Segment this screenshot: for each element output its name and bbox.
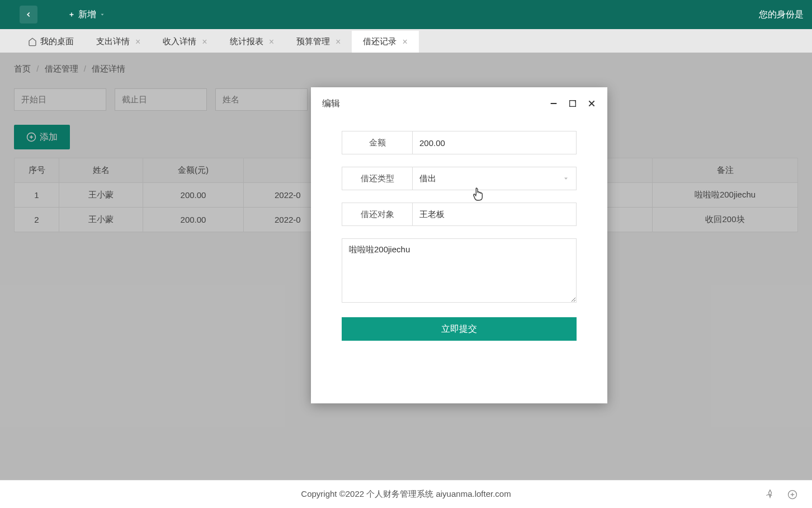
maximize-icon [568, 99, 577, 108]
tab-close-icon[interactable]: × [269, 37, 274, 47]
footer: Copyright ©2022 个人财务管理系统 aiyuanma.lofter… [0, 480, 812, 508]
svg-marker-2 [101, 14, 104, 16]
tab-home[interactable]: 我的桌面 [17, 31, 85, 53]
tab-close-icon[interactable]: × [135, 37, 140, 47]
plus-icon [68, 11, 75, 18]
identity-text: 您的身份是 [759, 9, 804, 21]
back-button[interactable] [20, 6, 37, 23]
tab-close-icon[interactable]: × [202, 37, 207, 47]
type-select[interactable]: 借出 [413, 167, 576, 190]
tab-label: 统计报表 [230, 36, 263, 47]
target-input[interactable] [413, 203, 576, 225]
add-new-dropdown[interactable]: 新增 [68, 9, 105, 21]
chevron-down-icon [563, 175, 569, 182]
home-icon [28, 37, 37, 46]
add-circle-icon[interactable] [787, 489, 798, 500]
note-textarea[interactable] [342, 238, 577, 303]
minimize-icon [549, 99, 558, 108]
add-new-label: 新增 [78, 9, 96, 21]
svg-marker-10 [564, 178, 568, 180]
chevron-left-icon [25, 11, 32, 18]
tab-label: 收入详情 [163, 36, 196, 47]
tab-income[interactable]: 收入详情 × [152, 31, 218, 53]
svg-rect-7 [570, 101, 576, 107]
tab-close-icon[interactable]: × [336, 37, 341, 47]
close-icon [587, 99, 596, 108]
tab-close-icon[interactable]: × [402, 37, 407, 47]
tab-bar: 我的桌面 支出详情 × 收入详情 × 统计报表 × 预算管理 × 借还记录 × [0, 29, 812, 53]
tab-label: 借还记录 [363, 36, 396, 47]
tab-budget[interactable]: 预算管理 × [285, 31, 352, 53]
form-row-type: 借还类型 借出 [342, 167, 577, 190]
tab-label: 支出详情 [96, 36, 130, 47]
close-button[interactable] [587, 99, 596, 108]
amount-label: 金额 [342, 131, 413, 154]
submit-button[interactable]: 立即提交 [342, 317, 577, 341]
tab-expense[interactable]: 支出详情 × [85, 31, 152, 53]
modal-header: 编辑 [311, 87, 607, 120]
tab-loan-record[interactable]: 借还记录 × [352, 31, 418, 53]
tab-stats[interactable]: 统计报表 × [219, 31, 285, 53]
minimize-button[interactable] [549, 99, 558, 108]
top-header: 新增 您的身份是 [0, 0, 812, 29]
target-label: 借还对象 [342, 203, 413, 225]
type-label: 借还类型 [342, 167, 413, 190]
footer-copyright: Copyright ©2022 个人财务管理系统 aiyuanma.lofter… [301, 489, 511, 500]
tab-home-label: 我的桌面 [40, 36, 74, 47]
amount-input[interactable] [413, 131, 576, 154]
modal-body: 金额 借还类型 借出 借还对象 立即提交 [311, 120, 607, 352]
caret-down-icon [100, 12, 105, 17]
edit-modal: 编辑 金额 借还类型 借出 借还对象 立即提交 [311, 87, 607, 403]
tab-label: 预算管理 [296, 36, 330, 47]
maximize-button[interactable] [568, 99, 577, 108]
form-row-amount: 金额 [342, 131, 577, 154]
rocket-icon[interactable] [764, 489, 776, 500]
form-row-target: 借还对象 [342, 203, 577, 226]
type-value: 借出 [419, 173, 436, 184]
modal-title: 编辑 [322, 98, 539, 110]
